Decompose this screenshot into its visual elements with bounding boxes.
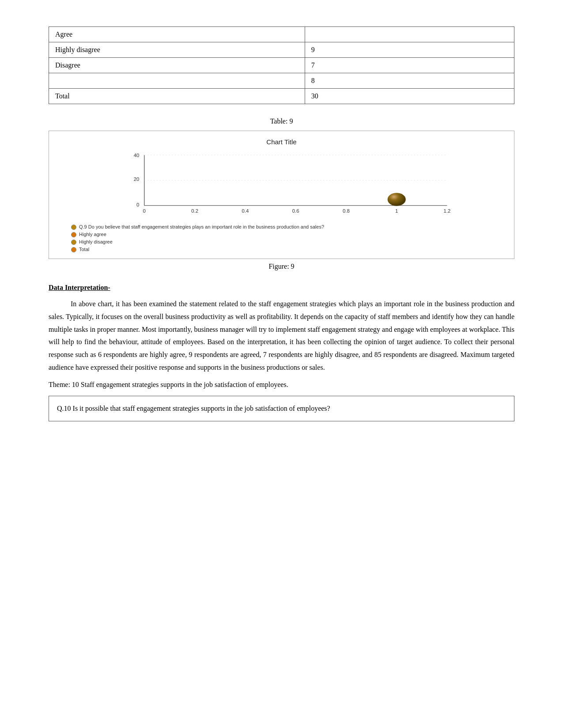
table-cell-value (305, 27, 514, 42)
legend-label-3: Highly disagree (79, 239, 113, 244)
table-cell-value: 8 (305, 73, 514, 89)
table-row: 8 (49, 73, 514, 89)
legend-dot-1 (71, 225, 76, 230)
question-box: Q.10 Is it possible that staff engagemen… (49, 396, 514, 422)
question-text: Q.10 Is it possible that staff engagemen… (57, 405, 330, 412)
theme-line: Theme: 10 Staff engagement strategies su… (49, 379, 514, 391)
table-cell-value: 7 (305, 58, 514, 73)
table-cell-value: 9 (305, 42, 514, 58)
figure-caption: Figure: 9 (49, 263, 514, 270)
legend-label-1: Q.9 Do you believe that staff engagement… (79, 224, 324, 229)
svg-text:1.2: 1.2 (444, 208, 451, 214)
chart-title: Chart Title (58, 138, 505, 146)
svg-text:0.4: 0.4 (242, 208, 249, 214)
svg-text:40: 40 (134, 153, 140, 158)
svg-text:0.2: 0.2 (191, 208, 198, 214)
table-cell-label: Total (49, 89, 305, 104)
main-paragraph: In above chart, it has been examined the… (49, 298, 514, 374)
table-cell-label: Highly disagree (49, 42, 305, 58)
table-cell-label: Disagree (49, 58, 305, 73)
legend-item-4: Total (71, 247, 505, 252)
svg-text:0: 0 (143, 208, 146, 214)
legend-dot-3 (71, 240, 76, 245)
svg-text:20: 20 (134, 176, 140, 182)
table-row: Total30 (49, 89, 514, 104)
chart-container: Chart Title 40 20 0 0 0.2 0.4 0.6 0.8 1 … (49, 131, 514, 259)
legend-dot-4 (71, 247, 76, 252)
data-table: AgreeHighly disagree9Disagree78Total30 (49, 26, 514, 104)
chart-svg: 40 20 0 0 0.2 0.4 0.6 0.8 1 1.2 (71, 150, 505, 221)
data-point-bubble (388, 193, 406, 206)
legend-dot-2 (71, 232, 76, 237)
table-cell-label (49, 73, 305, 89)
svg-text:0.6: 0.6 (292, 208, 299, 214)
chart-area: 40 20 0 0 0.2 0.4 0.6 0.8 1 1.2 (71, 150, 505, 221)
table-cell-label: Agree (49, 27, 305, 42)
legend-item-2: Highly agree (71, 232, 505, 237)
legend-item-3: Highly disagree (71, 239, 505, 245)
legend-label-2: Highly agree (79, 232, 106, 237)
legend-item-1: Q.9 Do you believe that staff engagement… (71, 224, 505, 230)
svg-text:1: 1 (395, 208, 398, 214)
table-caption: Table: 9 (49, 117, 514, 125)
table-cell-value: 30 (305, 89, 514, 104)
table-row: Disagree7 (49, 58, 514, 73)
section-heading: Data Interpretation- (49, 284, 514, 292)
table-row: Highly disagree9 (49, 42, 514, 58)
legend-label-4: Total (79, 247, 89, 252)
svg-text:0: 0 (136, 202, 139, 207)
chart-legend: Q.9 Do you believe that staff engagement… (71, 224, 505, 252)
table-row: Agree (49, 27, 514, 42)
svg-text:0.8: 0.8 (343, 208, 350, 214)
